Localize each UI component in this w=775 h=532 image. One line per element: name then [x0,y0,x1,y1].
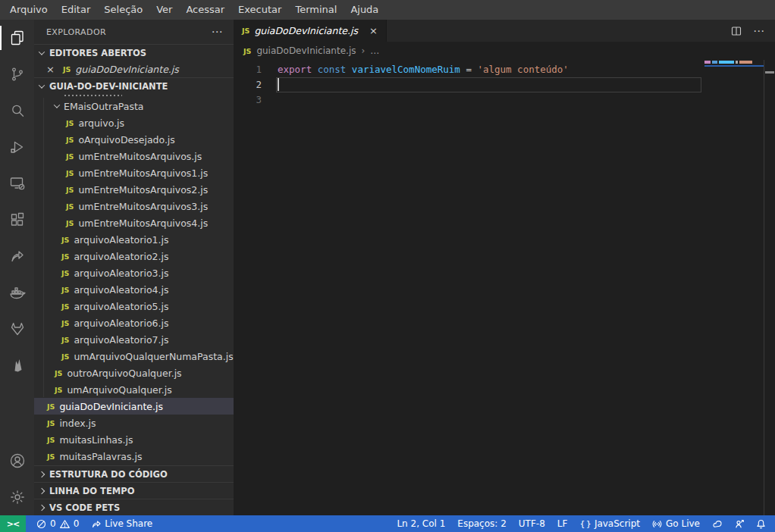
file-item-arquivoAleatorio2.js[interactable]: JSarquivoAleatorio2.js [34,248,234,264]
activity-firebase[interactable] [0,347,34,383]
file-item-umEntreMuitosArquivos3.js[interactable]: JSumEntreMuitosArquivos3.js [34,198,234,214]
person-button[interactable] [728,515,750,532]
activity-source-control[interactable] [0,56,34,92]
file-item-oArquivoDesejado.js[interactable]: JSoArquivoDesejado.js [34,131,234,148]
activity-explorer[interactable] [0,20,34,56]
breadcrumb[interactable]: JS guiaDoDevIniciante.js › … [234,42,775,60]
file-item-arquivoAleatorio3.js[interactable]: JSarquivoAleatorio3.js [34,264,234,281]
section-project-header[interactable]: GUIA-DO-DEV-INICIANTE [34,77,234,94]
item-label: umEntreMuitosArquivos1.js [78,167,208,179]
minimap-code-line [704,60,764,64]
section-vs-code-pets[interactable]: VS CODE PETS [34,499,234,515]
section-linha-do-tempo[interactable]: LINHA DO TEMPO [34,482,234,499]
menu-ajuda[interactable]: Ajuda [344,0,385,20]
notifications-button[interactable] [750,515,772,532]
close-icon[interactable]: × [46,64,55,75]
js-file-icon: JS [61,319,69,327]
remote-indicator[interactable]: >< [0,515,26,532]
code-line: export const variavelComNomeRuim = 'algu… [278,62,699,77]
encoding[interactable]: UTF-8 [513,515,551,532]
close-tab-icon[interactable]: × [369,25,378,36]
file-item-umArquivoQualquer.js[interactable]: JSumArquivoQualquer.js [34,381,234,398]
eol-sequence[interactable]: LF [551,515,574,532]
activity-run-debug[interactable] [0,129,34,165]
file-item-arquivoAleatorio5.js[interactable]: JSarquivoAleatorio5.js [34,298,234,315]
js-file-icon: JS [66,219,74,227]
activity-live-share[interactable] [0,238,34,274]
file-item-guiaDoDevIniciante.js[interactable]: JSguiaDoDevIniciante.js [34,398,234,415]
menu-seleção[interactable]: Seleção [97,0,149,20]
warning-icon [60,519,70,529]
menu-editar[interactable]: Editar [55,0,98,20]
pets-button[interactable] [706,515,728,532]
activity-docker[interactable] [0,274,34,311]
item-label: arquivoAleatorio4.js [74,284,168,296]
file-item-arquivoAleatorio4.js[interactable]: JSarquivoAleatorio4.js [34,281,234,298]
file-item-umEntreMuitosArquivos4.js[interactable]: JSumEntreMuitosArquivos4.js [34,214,234,231]
js-file-icon: JS [243,47,251,55]
file-item-arquivoAleatorio7.js[interactable]: JSarquivoAleatorio7.js [34,331,234,348]
menu-executar[interactable]: Executar [231,0,288,20]
indentation[interactable]: Espaços: 2 [451,515,513,532]
js-file-icon: JS [66,136,74,144]
problems-indicator[interactable]: 0 0 [30,515,85,532]
file-item-arquivoAleatorio6.js[interactable]: JSarquivoAleatorio6.js [34,315,234,331]
activity-settings[interactable] [0,479,34,515]
js-file-icon: JS [61,286,69,294]
menu-terminal[interactable]: Terminal [288,0,344,20]
file-item-arquivoAleatorio1.js[interactable]: JSarquivoAleatorio1.js [34,231,234,248]
folder-item-EMaisOutraPasta[interactable]: EMaisOutraPasta [34,98,234,114]
file-item-umEntreMuitosArquivos1.js[interactable]: JSumEntreMuitosArquivos1.js [34,164,234,181]
title-bar: ArquivoEditarSeleçãoVerAcessarExecutarTe… [0,0,775,20]
file-item-muitasPalavras.js[interactable]: JSmuitasPalavras.js [34,448,234,465]
menu-arquivo[interactable]: Arquivo [3,0,55,20]
item-label: arquivoAleatorio3.js [74,268,168,279]
language-mode[interactable]: { } JavaScript [573,515,646,532]
chevron-right-icon: › [361,45,365,56]
open-editor-label: guiaDoDevIniciante.js [75,64,179,75]
file-item-arquivo.js[interactable]: JSarquivo.js [34,114,234,131]
activity-gitlab[interactable] [0,311,34,347]
cursor-position[interactable]: Ln 2, Col 1 [391,515,451,532]
breadcrumb-file[interactable]: guiaDoDevIniciante.js [256,45,356,56]
activity-remote-explorer[interactable] [0,165,34,202]
js-file-icon: JS [61,336,69,344]
activity-search[interactable] [0,92,34,129]
live-share-button[interactable]: Live Share [85,515,158,532]
editor-code[interactable]: 123 export const variavelComNomeRuim = '… [234,60,775,515]
open-editor-item[interactable]: × JS guiaDoDevIniciante.js [34,61,234,77]
menu-acessar[interactable]: Acessar [179,0,231,20]
tab-guiaDoDevIniciante[interactable]: JS guiaDoDevIniciante.js × [234,20,387,42]
activity-bar [0,20,34,515]
minimap-selection [704,65,764,67]
file-item-umEntreMuitosArquivos2.js[interactable]: JSumEntreMuitosArquivos2.js [34,181,234,198]
code-lines: export const variavelComNomeRuim = 'algu… [278,62,699,108]
js-file-icon: JS [242,27,249,35]
section-open-editors[interactable]: EDITORES ABERTOS [34,44,234,61]
item-label: muitasLinhas.js [59,434,133,446]
activity-accounts[interactable] [0,443,34,479]
item-label: arquivoAleatorio6.js [74,318,168,329]
overview-ruler-border [764,60,764,515]
file-item-outroArquivoQualquer.js[interactable]: JSoutroArquivoQualquer.js [34,365,234,381]
chevron-down-icon [54,102,60,108]
live-share-icon [8,247,27,265]
minimap[interactable] [704,60,764,67]
file-item-umEntreMuitosArquivos.js[interactable]: JSumEntreMuitosArquivos.js [34,148,234,164]
activity-extensions[interactable] [0,202,34,238]
js-file-icon: JS [55,386,62,394]
editor-more-actions-icon[interactable]: ⋯ [753,24,764,38]
file-tree: EMaisOutraPastaJSarquivo.jsJSoArquivoDes… [34,98,234,465]
section-estrutura-do-código[interactable]: ESTRUTURA DO CÓDIGO [34,465,234,482]
js-file-icon: JS [61,269,69,277]
views-more-actions-icon[interactable]: ⋯ [212,25,223,39]
file-item-umArquivoQualquerNumaPasta.js[interactable]: JSumArquivoQualquerNumaPasta.js [34,348,234,365]
item-label: umArquivoQualquerNumaPasta.js [74,351,233,362]
menu-ver[interactable]: Ver [149,0,179,20]
split-editor-icon[interactable] [730,25,742,37]
file-item-muitasLinhas.js[interactable]: JSmuitasLinhas.js [34,431,234,448]
breadcrumb-more[interactable]: … [370,45,379,56]
js-file-icon: JS [66,202,74,211]
go-live-button[interactable]: Go Live [646,515,706,532]
file-item-index.js[interactable]: JSindex.js [34,415,234,431]
